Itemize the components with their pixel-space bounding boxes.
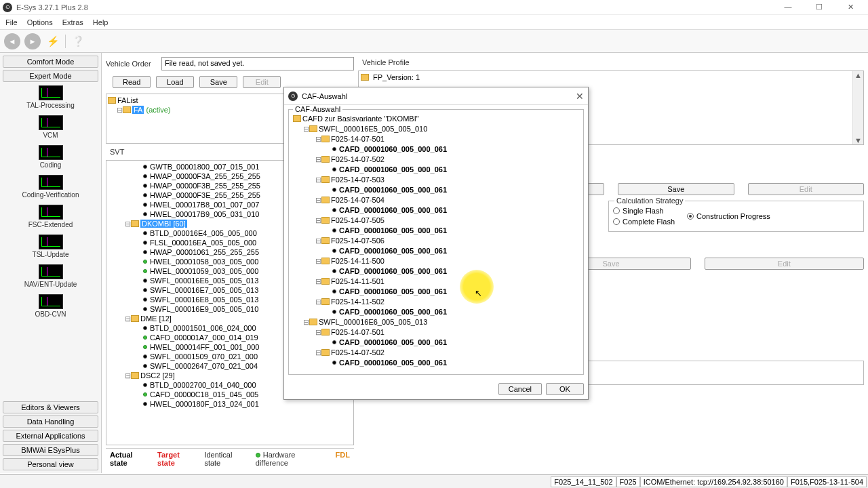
menu-help[interactable]: Help <box>93 18 108 26</box>
collapse-icon[interactable]: ⊟ <box>302 317 309 327</box>
vo-save-button[interactable]: Save <box>199 76 237 88</box>
caf-ver[interactable]: F025-14-07-504 <box>331 196 384 204</box>
caf-swfl[interactable]: SWFL_000016E6_005_005_013 <box>319 318 427 326</box>
tree-item[interactable]: FLSL_000016EA_005_005_000 <box>150 239 256 247</box>
module-obd-cvn[interactable]: OBD-CVN <box>3 293 98 321</box>
module-coding[interactable]: Coding <box>3 144 98 171</box>
connect-icon[interactable]: ⚡ <box>45 33 61 49</box>
complete-flash-radio[interactable]: Complete Flash <box>613 218 675 226</box>
scrollbar[interactable]: ▲▼ <box>852 71 863 144</box>
menu-options[interactable]: Options <box>27 18 53 26</box>
caf-entry[interactable]: CAFD_00001060_005_000_061 <box>339 226 447 235</box>
construction-progress-radio[interactable]: Construction Progress <box>687 207 770 226</box>
tree-item[interactable]: HWEL_00001059_003_005_000 <box>150 267 258 275</box>
tree-item[interactable]: BTLD_000016E4_005_005_000 <box>150 229 257 237</box>
caf-entry[interactable]: CAFD_00001060_005_000_061 <box>339 359 447 367</box>
bmwai-esysplus-button[interactable]: BMWAi ESysPlus <box>3 444 98 456</box>
module-tal-processing[interactable]: TAL-Processing <box>3 84 98 112</box>
tree-item[interactable]: SWFL_00001509_070_021_000 <box>150 352 258 361</box>
caf-entry[interactable]: CAFD_00001060_005_000_061 <box>339 206 447 214</box>
tree-item[interactable]: HWAP_00001061_255_255_255 <box>150 248 259 256</box>
collapse-icon[interactable]: ⊟ <box>315 216 321 226</box>
help-icon[interactable]: ❔ <box>70 33 86 49</box>
fp-version[interactable]: FP_Version: 1 <box>373 73 420 81</box>
nav-back-button[interactable]: ◄ <box>4 33 20 49</box>
collapse-icon[interactable]: ⊟ <box>315 277 321 287</box>
tree-item[interactable]: SWFL_000016E7_005_005_013 <box>150 286 258 294</box>
tree-item[interactable]: HWEL_000017B8_001_007_007 <box>150 201 259 209</box>
module-fsc-extended[interactable]: FSC-Extended <box>3 203 98 231</box>
caf-ver[interactable]: F025-14-11-502 <box>331 298 384 306</box>
collapse-icon[interactable]: ⊟ <box>315 195 321 205</box>
tree-item[interactable]: SWFL_000016E8_005_005_013 <box>150 296 258 304</box>
tree-item[interactable]: CAFD_000001A7_000_014_019 <box>150 333 258 342</box>
caf-ver[interactable]: F025-14-07-502 <box>331 348 384 357</box>
fa-list-root[interactable]: FAList <box>117 96 138 104</box>
tree-item[interactable]: HWEL_000014FF_001_001_000 <box>150 343 259 351</box>
caf-ver[interactable]: F025-14-07-503 <box>331 176 384 184</box>
caf-root[interactable]: CAFD zur Basisvariante "DKOMBI" <box>302 115 419 123</box>
external-apps-button[interactable]: External Applications <box>3 430 98 442</box>
vo-load-button[interactable]: Load <box>156 76 194 88</box>
caf-entry[interactable]: CAFD_00001060_005_000_061 <box>339 308 447 316</box>
collapse-icon[interactable]: ⊟ <box>315 134 321 144</box>
tree-item[interactable]: BTLD_00002700_014_040_000 <box>150 381 256 389</box>
caf-tree[interactable]: CAFD zur Basisvariante "DKOMBI" ⊟SWFL_00… <box>290 114 582 373</box>
caf-ver[interactable]: F025-14-11-501 <box>331 277 384 285</box>
module-nav-ent-update[interactable]: NAV/ENT-Update <box>3 263 98 291</box>
fa-item[interactable]: FA <box>132 106 144 114</box>
close-button[interactable]: ✕ <box>841 3 860 12</box>
collapse-icon[interactable]: ⊟ <box>315 348 321 358</box>
caf-ver[interactable]: F025-14-07-501 <box>331 328 384 336</box>
comfort-mode-button[interactable]: Comfort Mode <box>3 56 98 68</box>
tree-item[interactable]: CAFD_00000C18_015_045_005 <box>150 390 258 399</box>
module-tsl-update[interactable]: TSL-Update <box>3 233 98 261</box>
tree-item-dsc[interactable]: DSC2 [29] <box>140 371 175 380</box>
single-flash-radio[interactable]: Single Flash <box>613 207 675 215</box>
expand-icon[interactable]: ⊟ <box>116 105 123 115</box>
caf-entry[interactable]: CAFD_00001060_005_000_061 <box>339 287 447 296</box>
caf-ver[interactable]: F025-14-07-506 <box>331 237 384 245</box>
caf-entry[interactable]: CAFD_00001060_005_000_061 <box>339 165 447 174</box>
caf-ver[interactable]: F025-14-07-505 <box>331 216 384 224</box>
collapse-icon[interactable]: ⊟ <box>124 219 131 228</box>
vo-read-button[interactable]: Read <box>113 76 151 88</box>
dialog-ok-button[interactable]: OK <box>546 383 584 395</box>
collapse-icon[interactable]: ⊟ <box>124 371 131 380</box>
tree-item[interactable]: BTLD_00001501_006_024_000 <box>150 324 256 332</box>
editors-viewers-button[interactable]: Editors & Viewers <box>3 401 98 413</box>
tree-item-dkombi[interactable]: DKOMBI [60] <box>140 220 187 228</box>
dialog-cancel-button[interactable]: Cancel <box>498 383 542 395</box>
expert-mode-button[interactable]: Expert Mode <box>3 70 98 82</box>
tree-item-dme[interactable]: DME [12] <box>140 314 172 323</box>
module-coding-verification[interactable]: Coding-Verification <box>3 174 98 201</box>
tree-item[interactable]: HWEL_00001058_003_005_000 <box>150 258 258 266</box>
menu-file[interactable]: File <box>5 18 18 26</box>
collapse-icon[interactable]: ⊟ <box>315 175 321 185</box>
nav-forward-button[interactable]: ► <box>24 33 41 49</box>
tree-item[interactable]: HWEL_000017B9_005_031_010 <box>150 210 259 218</box>
collapse-icon[interactable]: ⊟ <box>315 155 321 165</box>
menu-extras[interactable]: Extras <box>62 18 83 26</box>
caf-entry[interactable]: CAFD_00001060_005_000_061 <box>339 186 447 194</box>
tree-item[interactable]: HWAP_00000F3B_255_255_255 <box>150 182 260 190</box>
dialog-close-button[interactable]: ✕ <box>576 91 584 102</box>
collapse-icon[interactable]: ⊟ <box>315 256 321 266</box>
caf-ver[interactable]: F025-14-07-501 <box>331 135 384 143</box>
minimize-button[interactable]: — <box>778 3 797 12</box>
collapse-icon[interactable]: ⊟ <box>315 297 321 307</box>
vehicle-order-input[interactable]: File read, not saved yet. <box>161 57 354 70</box>
edit-button[interactable]: Edit <box>748 183 865 195</box>
caf-ver[interactable]: F025-14-11-500 <box>331 257 384 265</box>
tree-item[interactable]: HWEL_0000180F_013_024_001 <box>150 400 259 408</box>
caf-entry[interactable]: CAFD_00001060_005_000_061 <box>339 338 447 346</box>
caf-swfl[interactable]: SWFL_000016E5_005_005_010 <box>319 125 427 133</box>
tree-item[interactable]: SWFL_000016E6_005_005_013 <box>150 277 258 285</box>
tree-item[interactable]: SWFL_000016E9_005_005_010 <box>150 305 258 313</box>
caf-entry[interactable]: CAFD_00001060_005_000_061 <box>339 145 447 153</box>
caf-entry[interactable]: CAFD_00001060_005_000_061 <box>339 267 447 275</box>
edit-button-2[interactable]: Edit <box>705 258 864 270</box>
tree-item[interactable]: HWAP_00000F3A_255_255_255 <box>150 172 260 180</box>
data-handling-button[interactable]: Data Handling <box>3 415 98 428</box>
maximize-button[interactable]: ☐ <box>810 3 829 12</box>
